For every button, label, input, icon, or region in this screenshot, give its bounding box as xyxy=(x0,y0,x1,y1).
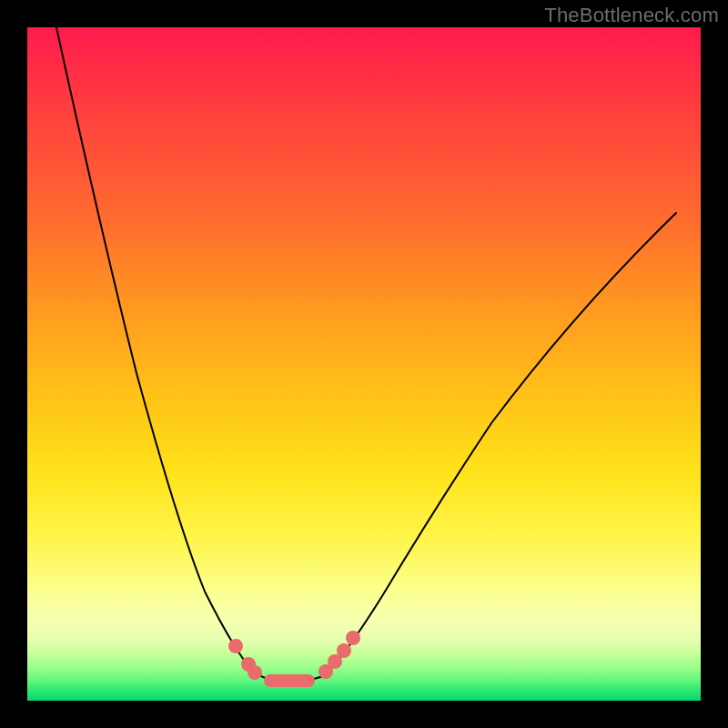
chart-plot-area xyxy=(27,27,701,701)
watermark-text: TheBottleneck.com xyxy=(544,4,719,27)
bottleneck-curve xyxy=(27,27,701,701)
marker-dot xyxy=(248,665,262,680)
marker-dot xyxy=(228,639,243,653)
curve-right-branch xyxy=(328,213,676,672)
marker-dot xyxy=(337,643,351,658)
curve-left-branch xyxy=(56,27,253,672)
marker-pill xyxy=(264,674,315,687)
chart-frame: TheBottleneck.com xyxy=(0,0,728,728)
marker-dot xyxy=(346,631,360,645)
